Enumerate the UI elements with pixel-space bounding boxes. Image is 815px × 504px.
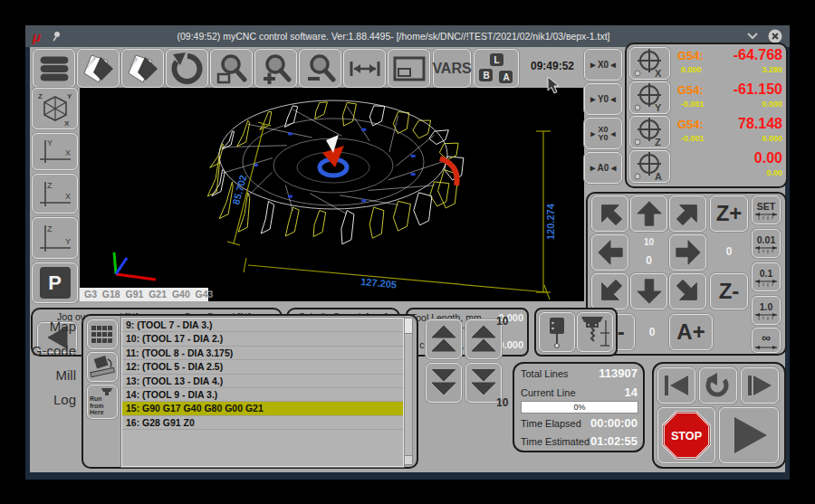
jog-right-button[interactable] (669, 234, 706, 271)
rotate-part-button[interactable] (87, 352, 118, 382)
double-down-icon (431, 369, 456, 396)
zoom-out-button[interactable] (299, 49, 341, 88)
x-zero-button[interactable]: ►X0◄ (584, 49, 622, 81)
menu-button[interactable] (33, 49, 75, 88)
jog-a-plus-button[interactable]: A+ (669, 314, 713, 350)
y-zero-button[interactable]: ►Y0◄ (584, 83, 622, 115)
view-xz-button[interactable]: Z X (32, 174, 78, 214)
tab-map[interactable]: Map (16, 319, 76, 334)
gcode-line[interactable]: 13: (TOOL 13 - DIA 4.) (122, 375, 403, 388)
gcode-line[interactable]: 14: (TOOL 9 - DIA 3.) (122, 388, 403, 402)
svg-text:X: X (64, 119, 70, 126)
zoom-out-icon (305, 53, 336, 84)
dimension-lines (227, 122, 551, 300)
vars-button[interactable]: VARS (433, 49, 471, 88)
scrollbar-down-button[interactable] (405, 455, 412, 464)
open-gcode-button[interactable]: G-code (77, 49, 120, 88)
dro-z-axis-button[interactable]: Z (629, 116, 670, 148)
jog-down-right-button[interactable] (669, 273, 706, 309)
a-position-sub: 0.00 (692, 168, 782, 177)
app-logo: μ (33, 29, 41, 44)
jog-step-001-button[interactable]: 0.01 (752, 229, 781, 258)
rewind-to-start-button[interactable] (657, 367, 695, 404)
svg-text:127.205: 127.205 (360, 276, 398, 290)
gcode-file-icon: G-code (82, 53, 115, 84)
jog-down-left-button[interactable] (591, 273, 628, 309)
x-position-sub: 3.280 (692, 65, 782, 74)
time-elapsed-value: 00:00:00 (570, 416, 638, 430)
jog-down-button[interactable] (630, 273, 667, 309)
tool-measure-button[interactable] (577, 312, 613, 352)
keyboard-button[interactable]: L B A (474, 49, 519, 88)
jog-up-right-button[interactable] (669, 195, 706, 232)
run-from-here-button[interactable]: Run from Here (87, 385, 118, 419)
zoom-window-button[interactable] (210, 49, 253, 88)
tool-probe-button[interactable] (539, 312, 575, 352)
zoom-in-button[interactable] (254, 49, 297, 88)
jog-step-10-button[interactable]: 1.0 (752, 296, 781, 325)
svg-text:Z: Z (47, 224, 53, 233)
svg-text:Z: Z (38, 92, 43, 100)
zoom-in-icon (261, 53, 292, 84)
gcode-line[interactable]: 9: (TOOL 7 - DIA 3.) (122, 319, 403, 332)
close-icon[interactable] (768, 29, 782, 43)
double-up-icon (471, 326, 496, 353)
xy-zero-button[interactable]: ► X0 Y0 ◄ (584, 118, 622, 149)
gcode-scrollbar[interactable] (404, 318, 413, 465)
jog-step-01-button[interactable]: 0.1 (752, 262, 781, 291)
a-zero-button[interactable]: ►A0◄ (584, 152, 622, 184)
grid-icon (91, 326, 113, 344)
tab-gcode[interactable]: G-code (16, 343, 76, 358)
jog-step-infinite-button[interactable]: ∞ (752, 328, 781, 353)
jog-left-button[interactable] (591, 234, 628, 271)
total-lines-label: Total Lines (521, 368, 569, 379)
gcode-line[interactable]: 10: (TOOL 17 - DIA 2.) (122, 332, 403, 346)
dimension-labels: 85.702 127.205 120.274 (230, 174, 556, 290)
double-up-icon (431, 326, 456, 353)
view-xy-button[interactable]: Y X (32, 133, 78, 170)
viewport[interactable]: 85.702 127.205 120.274 (80, 88, 584, 301)
scrollbar-thumb[interactable] (405, 319, 412, 334)
gcode-list[interactable]: 9: (TOOL 7 - DIA 3.) 10: (TOOL 17 - DIA … (121, 318, 404, 467)
pin-icon[interactable] (51, 31, 62, 42)
gcode-line[interactable]: 12: (TOOL 5 - DIA 2.5) (122, 360, 403, 374)
view-yz-button[interactable]: Z Y (32, 217, 78, 259)
total-lines-value: 113907 (570, 366, 638, 380)
gcode-line[interactable]: 15: G90 G17 G40 G80 G00 G21 (122, 402, 403, 415)
measure-width-button[interactable] (343, 49, 386, 88)
tab-mill[interactable]: Mill (16, 367, 76, 383)
gcode-line[interactable]: 11: (TOOL 8 - DIA 3.175) (122, 347, 403, 360)
menu-icon (40, 56, 69, 81)
crosshair-icon: X (632, 49, 668, 78)
z-position-sub: 0.000 (692, 134, 782, 143)
jog-z-plus-button[interactable]: Z+ (710, 195, 748, 232)
fit-screen-button[interactable] (388, 49, 430, 88)
svg-text:A: A (655, 171, 662, 181)
dro-y-axis-button[interactable]: Y (629, 81, 670, 114)
stop-button[interactable]: STOP (657, 407, 715, 463)
jog-z-minus-button[interactable]: Z- (710, 273, 748, 309)
scroll-down-button[interactable] (426, 363, 462, 403)
grid-view-button[interactable] (87, 319, 118, 349)
keyboard-icon: L B A (477, 52, 515, 85)
reload-button[interactable] (166, 49, 208, 88)
jog-up-left-button[interactable] (591, 195, 628, 232)
a-position: 0.00 (692, 150, 782, 166)
y-position: -61.150 (692, 81, 782, 98)
park-button[interactable]: P (32, 262, 78, 303)
jog-up-button[interactable] (630, 195, 667, 232)
step-forward-button[interactable] (741, 367, 779, 404)
reset-button[interactable] (699, 367, 737, 404)
jog-step-set-button[interactable]: SET (752, 195, 781, 224)
open-dxf-button[interactable]: DXF (121, 49, 164, 88)
dro-x-axis-button[interactable]: X (629, 47, 670, 80)
svg-text:Z: Z (655, 137, 661, 147)
dro-a-axis-button[interactable]: A (629, 150, 670, 183)
tab-log[interactable]: Log (16, 392, 76, 407)
scroll-up-button[interactable] (426, 319, 462, 359)
play-button[interactable] (719, 407, 779, 463)
shade-chevron-icon[interactable] (746, 32, 759, 41)
ruler-icon (755, 280, 777, 287)
gcode-line[interactable]: 16: G28 G91 Z0 (122, 416, 403, 430)
view-3d-button[interactable]: Z Y X (32, 88, 78, 129)
